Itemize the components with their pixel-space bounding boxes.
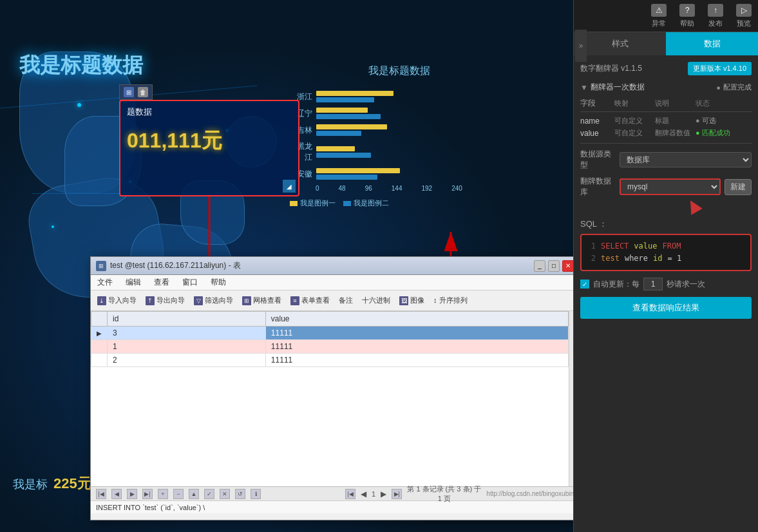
component-toolbar: ⊞ 🗑: [119, 84, 153, 100]
maximize-button[interactable]: □: [548, 260, 560, 272]
preview-button[interactable]: ▷ 预览: [736, 4, 752, 28]
tool-export[interactable]: ⤒ 导出向导: [143, 294, 187, 307]
tool-filter[interactable]: ▽ 筛选向导: [191, 294, 236, 307]
chart-title: 我是标题数据: [290, 64, 509, 78]
nav-next[interactable]: ▶: [127, 489, 137, 499]
tool-grid[interactable]: ⊞ 网格查看: [240, 294, 284, 307]
tool-note[interactable]: 备注: [336, 294, 355, 307]
nav-delete[interactable]: −: [173, 489, 184, 499]
sql-editor[interactable]: 1 SELECT value FROM 2 test where id = 1: [580, 234, 752, 271]
bar-yellow-5: [316, 168, 400, 173]
cell-value-1[interactable]: 11111: [265, 327, 568, 340]
anomaly-icon: ⚠: [651, 4, 667, 17]
nav-add[interactable]: +: [158, 489, 168, 499]
tool-hex[interactable]: 十六进制: [359, 294, 393, 307]
bar-yellow-2: [316, 108, 368, 113]
anomaly-label: 异常: [652, 19, 666, 28]
status-text: 第 1 条记录 (共 3 条) 于 1 页: [407, 484, 481, 504]
new-db-button[interactable]: 新建: [725, 179, 752, 195]
anomaly-button[interactable]: ⚠ 异常: [651, 4, 667, 28]
auto-update-input[interactable]: [643, 278, 663, 290]
export-icon: ⤒: [146, 296, 155, 305]
cell-id-2[interactable]: 1: [108, 340, 266, 354]
component-subtitle: 题数据: [127, 106, 152, 118]
nav-refresh[interactable]: ↺: [235, 489, 245, 499]
th-value: value: [265, 312, 568, 327]
update-button[interactable]: 更新版本 v1.4.10: [688, 62, 752, 75]
close-button[interactable]: ✕: [562, 260, 574, 272]
db-label: 翻牌数据库: [580, 176, 616, 198]
table-header-row: id value: [91, 312, 569, 327]
panel-top-toolbar: ⚠ 异常 ? 帮助 ↑ 发布 ▷ 预览: [574, 0, 758, 32]
cell-value-2[interactable]: 11111: [265, 340, 568, 354]
nav-up[interactable]: ▲: [189, 489, 199, 499]
chart-row-zhejiang: 浙江: [290, 91, 509, 102]
db-table-container: id value ▶ 3 11111 1 11111: [91, 311, 579, 486]
sql-line-1: 1 SELECT value FROM: [587, 240, 745, 252]
cell-value-3[interactable]: 11111: [265, 354, 568, 367]
status-right: http://blog.csdn.net/bingoxubin: [486, 490, 574, 497]
nav-prev[interactable]: ◀: [111, 489, 122, 499]
nav-page-first[interactable]: |◀: [345, 489, 355, 499]
db-window-buttons: _ □ ✕: [534, 260, 574, 272]
query-result-button[interactable]: 查看数据响应结果: [580, 297, 752, 319]
help-button[interactable]: ? 帮助: [679, 4, 695, 28]
component-corner-icon: ◢: [283, 180, 296, 193]
bar-yellow-1: [316, 91, 393, 96]
publish-button[interactable]: ↑ 发布: [708, 4, 723, 28]
cell-id-3[interactable]: 2: [108, 354, 266, 367]
db-select[interactable]: mysql: [620, 178, 721, 195]
sql-line-2: 2 test where id = 1: [587, 252, 745, 265]
help-icon: ?: [679, 4, 695, 17]
menu-window[interactable]: 窗口: [180, 276, 200, 289]
table-row[interactable]: 1 11111: [91, 340, 569, 354]
image-icon: 🖼: [399, 296, 408, 305]
db-insert-bar: INSERT INTO `test` (`id`, `value`) \: [91, 500, 579, 513]
table-row[interactable]: 2 11111: [91, 354, 569, 367]
page-indicator: 1: [372, 490, 375, 498]
nav-check[interactable]: ✓: [204, 489, 214, 499]
tab-data[interactable]: 数据: [666, 32, 758, 55]
th-arrow: [91, 312, 108, 327]
version-text: 数字翻牌器 v1.1.5: [580, 63, 642, 74]
component-delete-btn[interactable]: 🗑: [138, 87, 148, 97]
chart-row-heilongjiang: 黑龙江: [290, 141, 509, 163]
table-row[interactable]: ▶ 3 11111: [91, 327, 569, 340]
menu-edit[interactable]: 编辑: [123, 276, 144, 289]
help-label: 帮助: [680, 19, 694, 28]
grid-icon: ⊞: [242, 296, 251, 305]
data-source-select[interactable]: 数据库: [620, 152, 752, 167]
component-icon: ⊞: [124, 87, 134, 97]
menu-help[interactable]: 帮助: [208, 276, 229, 289]
tool-sort[interactable]: ↕ 升序排列: [431, 294, 470, 307]
panel-content: 数字翻牌器 v1.1.5 更新版本 v1.4.10 ▼ 翻牌器一次数据 ● 配置…: [574, 55, 758, 532]
canvas-title: 我是标题数据: [19, 52, 143, 80]
tool-import[interactable]: ⤓ 导入向导: [95, 294, 139, 307]
nav-cancel[interactable]: ✕: [220, 489, 230, 499]
nav-info[interactable]: ℹ: [251, 489, 261, 499]
expand-panel-icon[interactable]: »: [575, 30, 587, 62]
db-menubar: 文件 编辑 查看 窗口 帮助: [91, 275, 579, 290]
chart-row-liaoning: 辽宁: [290, 108, 509, 119]
minimize-button[interactable]: _: [534, 260, 545, 272]
row-arrow-2: [91, 340, 108, 354]
menu-view[interactable]: 查看: [151, 276, 172, 289]
tool-form[interactable]: ≡ 表单查看: [288, 294, 332, 307]
tab-style[interactable]: 样式: [574, 32, 666, 55]
nav-last[interactable]: ▶|: [142, 489, 153, 499]
preview-label: 预览: [737, 19, 751, 28]
nav-page-last[interactable]: ▶|: [392, 489, 402, 499]
db-statusbar: |◀ ◀ ▶ ▶| + − ▲ ✓ ✕ ↺ ℹ |◀ ◀ 1 ▶ ▶| 第 1 …: [91, 486, 579, 500]
chart-legend: 我是图例一 我是图例二: [290, 198, 509, 208]
legend-item-1: 我是图例一: [290, 198, 336, 208]
preview-icon: ▷: [736, 4, 752, 17]
menu-file[interactable]: 文件: [95, 276, 115, 289]
tool-image[interactable]: 🖼 图像: [397, 294, 427, 307]
bar-yellow-3: [316, 124, 387, 129]
component-selected-box[interactable]: ⊞ 🗑 题数据 011,111元 ◢: [119, 100, 299, 196]
chart-row-jilin: 吉林: [290, 124, 509, 136]
auto-update-checkbox[interactable]: ✓: [580, 280, 589, 289]
cell-id-1[interactable]: 3: [108, 327, 266, 340]
nav-first[interactable]: |◀: [96, 489, 106, 499]
db-titlebar: ⊞ test @test (116.62.167.211aliyun) - 表 …: [91, 257, 579, 275]
